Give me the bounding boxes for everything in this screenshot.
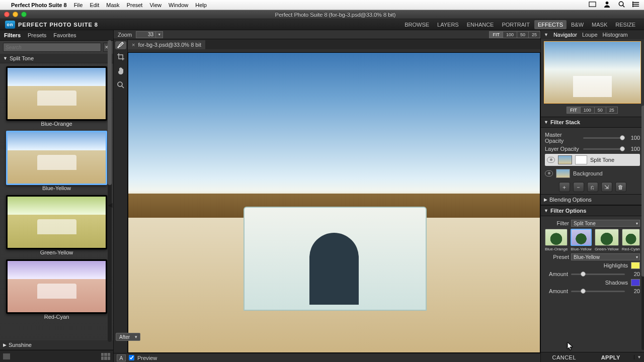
layer-opacity-slider[interactable] (583, 148, 625, 150)
canvas[interactable] (128, 52, 540, 353)
tab-filters[interactable]: Filters (4, 32, 21, 38)
tool-column-body (114, 49, 128, 353)
delete-layer-button[interactable]: 🗑 (615, 182, 626, 192)
tab-favorites[interactable]: Favorites (53, 32, 76, 38)
preset-dropdown[interactable]: Blue-Yellow (571, 253, 640, 260)
menu-help[interactable]: Help (195, 2, 207, 8)
prev-doc-icon[interactable]: ◀ (108, 201, 113, 209)
zoom-25[interactable]: 25 (528, 31, 540, 38)
preset-label: Red-Cyan (6, 314, 107, 320)
mode-bw[interactable]: B&W (568, 20, 587, 29)
shadows-amount-slider[interactable] (571, 291, 625, 292)
zoom-dropdown[interactable]: ▼ (156, 31, 163, 38)
add-layer-button[interactable]: ＋ (559, 182, 570, 192)
nav-zoom-100[interactable]: 100 (580, 107, 595, 114)
search-input[interactable] (3, 43, 101, 52)
spotlight-icon[interactable] (618, 1, 625, 9)
close-tab-icon[interactable]: × (132, 42, 135, 48)
preset-blue-yellow[interactable]: Blue-Yellow (6, 131, 107, 191)
visibility-icon[interactable] (545, 170, 553, 176)
grid-view-icon[interactable] (101, 353, 110, 360)
master-opacity-slider[interactable] (583, 137, 625, 139)
right-scrollbar[interactable] (641, 106, 644, 350)
user-icon[interactable] (603, 1, 611, 9)
fullscreen-icon[interactable] (589, 1, 596, 9)
zoom-50[interactable]: 50 (517, 31, 529, 38)
panel-filter-options[interactable]: ▼ Filter Options (541, 205, 644, 216)
highlights-amount-slider[interactable] (571, 274, 625, 275)
mode-browse[interactable]: BROWSE (401, 20, 433, 29)
merge-layer-button[interactable]: ⇲ (601, 182, 612, 192)
document-tab[interactable]: × for-bg-3.psd@33.0% 8 bit (128, 40, 205, 49)
tab-histogram[interactable]: Histogram (603, 32, 628, 38)
menu-view[interactable]: View (149, 2, 162, 8)
left-scrollbar[interactable] (108, 40, 112, 342)
svg-line-3 (623, 6, 624, 7)
menu-app-name[interactable]: Perfect Photo Suite 8 (11, 2, 67, 8)
preview-checkbox[interactable] (129, 355, 134, 360)
highlights-color-swatch[interactable] (631, 262, 640, 269)
visibility-icon[interactable] (547, 157, 555, 163)
zoom-100[interactable]: 100 (503, 31, 517, 38)
tab-navigator[interactable]: Navigator (553, 32, 577, 38)
left-footer (0, 350, 113, 362)
hand-tool-icon[interactable] (115, 65, 126, 76)
duplicate-layer-button[interactable]: ⎌ (587, 182, 598, 192)
single-view-icon[interactable] (3, 353, 10, 359)
brush-tool-icon[interactable] (115, 41, 126, 49)
layer-opacity-value: 100 (628, 146, 640, 152)
crop-tool-icon[interactable] (115, 51, 126, 62)
disclosure-down-icon: ▼ (544, 120, 548, 125)
swatch-green-yellow[interactable]: Green-Yellow (595, 229, 619, 251)
mode-mask[interactable]: MASK (588, 20, 611, 29)
menu-edit[interactable]: Edit (90, 2, 99, 8)
window-close-button[interactable] (4, 12, 10, 17)
preview-mode-button[interactable]: A (117, 354, 126, 361)
mode-effects[interactable]: EFFECTS (534, 20, 567, 29)
filter-dropdown[interactable]: Split Tone (571, 220, 640, 227)
swatch-blue-orange[interactable]: Blue-Orange (545, 229, 568, 251)
mode-portrait[interactable]: PORTRAIT (498, 20, 533, 29)
disclosure-right-icon: ▶ (3, 342, 7, 347)
nav-zoom-25[interactable]: 25 (606, 107, 618, 114)
mode-layers[interactable]: LAYERS (434, 20, 462, 29)
swatch-red-cyan[interactable]: Red-Cyan (622, 229, 640, 251)
tab-loupe[interactable]: Loupe (582, 32, 598, 38)
menu-list-icon[interactable] (632, 1, 640, 9)
layer-split-tone[interactable]: Split Tone (545, 154, 640, 166)
nav-zoom-fit[interactable]: FIT (567, 107, 581, 114)
section-sunshine[interactable]: ▶ Sunshine (0, 340, 113, 350)
swatch-blue-yellow[interactable]: Blue-Yellow (571, 229, 592, 251)
apply-button[interactable]: APPLY (588, 352, 634, 362)
layer-background[interactable]: Background (545, 168, 640, 179)
zoom-tool-icon[interactable] (115, 79, 126, 90)
layer-mask[interactable] (575, 155, 587, 164)
compare-mode-dropdown[interactable]: After (116, 333, 140, 341)
panel-blending[interactable]: ▶ Blending Options (541, 194, 644, 205)
panel-filter-stack[interactable]: ▼ Filter Stack (541, 117, 644, 128)
nav-zoom-50[interactable]: 50 (594, 107, 606, 114)
preset-blue-orange[interactable]: Blue-Orange (6, 66, 107, 127)
section-split-tone[interactable]: ▼ Split Tone (0, 54, 113, 63)
preset-red-cyan[interactable]: Red-Cyan (6, 259, 107, 320)
menu-file[interactable]: File (74, 2, 83, 8)
zoom-fit[interactable]: FIT (489, 31, 503, 38)
apply-menu-icon[interactable]: ▼ (634, 355, 644, 359)
remove-layer-button[interactable]: － (573, 182, 584, 192)
tab-presets[interactable]: Presets (28, 32, 46, 38)
menu-preset[interactable]: Preset (127, 2, 143, 8)
menu-mask[interactable]: Mask (106, 2, 119, 8)
preset-green-yellow[interactable]: Green-Yellow (6, 195, 107, 255)
highlights-label: Highlights (604, 262, 628, 268)
mode-resize[interactable]: RESIZE (612, 20, 639, 29)
mode-enhance[interactable]: ENHANCE (463, 20, 498, 29)
navigator-thumbnail[interactable] (544, 41, 641, 104)
window-zoom-button[interactable] (21, 12, 27, 17)
svg-point-7 (632, 2, 633, 3)
disclosure-down-icon[interactable]: ▼ (544, 32, 548, 37)
zoom-value[interactable]: 33 (136, 31, 156, 38)
cancel-button[interactable]: CANCEL (541, 352, 588, 362)
shadows-color-swatch[interactable] (631, 279, 640, 286)
window-minimize-button[interactable] (13, 12, 18, 17)
menu-window[interactable]: Window (169, 2, 188, 8)
